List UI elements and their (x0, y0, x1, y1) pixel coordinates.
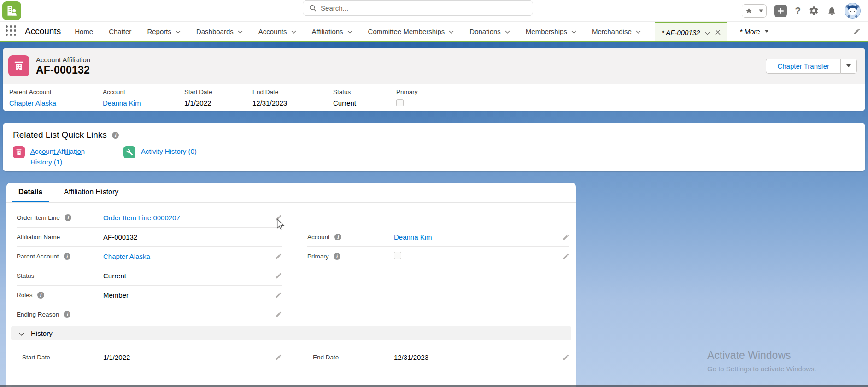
nav-tab-merchandise[interactable]: Merchandise (592, 28, 641, 35)
chevron-down-icon[interactable] (505, 30, 510, 34)
edit-pencil-icon[interactable] (563, 253, 569, 260)
record-page-canvas: Account Affiliation AF-000132 Chapter Tr… (0, 42, 868, 387)
nav-more-menu[interactable]: * More (739, 28, 768, 35)
field-row-parent-account: Parent AccountiChapter Alaska (17, 247, 282, 266)
edit-pencil-icon[interactable] (275, 214, 282, 221)
watermark-line2: Go to Settings to activate Windows. (707, 365, 816, 373)
chevron-down-icon[interactable] (636, 30, 641, 34)
primary-checkbox[interactable] (396, 99, 404, 106)
tab-details-label: Details (18, 188, 42, 196)
quick-links-list: Account Affiliation History (1)Activity … (13, 146, 855, 168)
highlight-field-end-date: End Date12/31/2023 (250, 88, 330, 108)
actions-menu-button[interactable] (840, 59, 857, 74)
close-tab-icon[interactable] (715, 29, 721, 36)
info-icon[interactable]: i (112, 132, 119, 139)
nav-tab-donations[interactable]: Donations (469, 28, 510, 35)
chapter-alaska-link[interactable]: Chapter Alaska (9, 99, 56, 107)
chevron-down-icon[interactable] (571, 30, 576, 34)
fields-column: Start Date1/1/2022 (17, 346, 282, 369)
field-row-status: StatusCurrent (17, 266, 282, 286)
chevron-down-icon[interactable] (347, 30, 352, 34)
deanna-kim-link[interactable]: Deanna Kim (394, 233, 432, 241)
deanna-kim-link[interactable]: Deanna Kim (103, 99, 141, 107)
chevron-down-icon[interactable] (705, 29, 710, 36)
setup-button[interactable] (809, 6, 819, 16)
field-value: Current (333, 99, 356, 107)
field-row-order-item-line: Order Item LineiOrder Item Line 0000207 (17, 208, 282, 228)
chevron-down-icon (759, 9, 763, 12)
nav-tab-dashboards[interactable]: Dashboards (196, 28, 243, 35)
quick-link-anchor[interactable]: Account Affiliation History (1) (30, 146, 91, 168)
help-button[interactable]: ? (795, 5, 801, 16)
nav-tab-label: Merchandise (592, 28, 632, 35)
info-icon[interactable]: i (334, 234, 341, 240)
search-input[interactable] (321, 4, 527, 12)
windows-activation-watermark: Activate Windows Go to Settings to activ… (707, 349, 816, 373)
field-label: Account (103, 88, 182, 95)
favorites-menu-button[interactable] (756, 5, 766, 17)
nav-tab-affiliations[interactable]: Affiliations (312, 28, 352, 35)
chapter-transfer-button[interactable]: Chapter Transfer (766, 59, 840, 74)
tab-affiliation-history-label: Affiliation History (64, 188, 118, 196)
active-tab-label: * AF-000132 (662, 29, 700, 36)
field-row-affiliation-name: Affiliation NameAF-000132 (17, 228, 282, 247)
field-label: Status (333, 88, 393, 95)
nav-tab-committee-memberships[interactable]: Committee Memberships (368, 28, 454, 35)
chevron-down-icon[interactable] (176, 30, 181, 34)
chapter-alaska-link[interactable]: Chapter Alaska (103, 252, 150, 260)
nav-tab-af-000132-active[interactable]: * AF-000132 (655, 22, 728, 41)
edit-pencil-icon[interactable] (563, 354, 569, 361)
app-launcher-icon[interactable] (6, 25, 18, 37)
nav-tab-accounts[interactable]: Accounts (258, 28, 296, 35)
favorite-star-button[interactable] (742, 5, 756, 17)
tab-affiliation-history[interactable]: Affiliation History (57, 183, 125, 202)
field-row-primary: Primaryi (307, 247, 569, 266)
field-label: End Date (252, 88, 330, 95)
edit-pencil-icon[interactable] (563, 234, 569, 240)
info-icon[interactable]: i (64, 311, 70, 318)
edit-pencil-icon[interactable] (275, 311, 282, 318)
edit-pencil-icon[interactable] (275, 253, 282, 260)
global-actions-button[interactable] (774, 5, 787, 17)
quick-link-anchor[interactable]: Activity History (0) (141, 147, 197, 155)
primary-checkbox[interactable] (394, 252, 401, 259)
app-logo-icon[interactable] (2, 1, 21, 20)
edit-pencil-icon[interactable] (275, 292, 282, 299)
nav-tab-label: Dashboards (196, 28, 234, 35)
quick-link-activity-history-0: Activity History (0) (123, 146, 197, 168)
account-affiliation-record-icon (8, 55, 29, 76)
section-header-history[interactable]: History (11, 326, 571, 340)
field-row-roles: RolesiMember (17, 286, 282, 305)
chevron-down-icon[interactable] (449, 30, 454, 34)
field-value: 1/1/2022 (184, 99, 211, 107)
detail-tabs: Details Affiliation History (6, 183, 576, 203)
info-icon[interactable]: i (37, 292, 44, 299)
header-actions: ? (742, 2, 861, 19)
nav-tab-home[interactable]: Home (75, 28, 93, 35)
bell-icon (827, 6, 837, 16)
highlight-field-start-date: Start Date1/1/2022 (182, 88, 250, 108)
nav-tab-chatter[interactable]: Chatter (109, 28, 131, 35)
tab-details[interactable]: Details (12, 183, 49, 202)
building-person-icon (6, 5, 18, 17)
app-name: Accounts (25, 26, 61, 36)
edit-pencil-icon[interactable] (275, 272, 282, 279)
user-avatar[interactable] (845, 3, 861, 19)
nav-tab-reports[interactable]: Reports (147, 28, 181, 35)
related-list-quick-links-card: Related List Quick Links i Account Affil… (3, 123, 865, 171)
edit-navigation-pencil-icon[interactable] (853, 28, 861, 35)
chevron-down-icon[interactable] (238, 30, 243, 34)
more-label: * More (739, 28, 760, 35)
chevron-down-icon[interactable] (291, 30, 296, 34)
edit-pencil-icon[interactable] (275, 354, 282, 361)
info-icon[interactable]: i (334, 253, 340, 260)
field-label: End Date (307, 354, 394, 361)
nav-tab-memberships[interactable]: Memberships (526, 28, 576, 35)
order-item-line-0000207-link[interactable]: Order Item Line 0000207 (103, 214, 180, 222)
caret-down-icon (764, 30, 769, 33)
info-icon[interactable]: i (65, 214, 71, 221)
info-icon[interactable]: i (64, 253, 70, 260)
field-label: Status (17, 272, 103, 279)
fields-grid: Start Date1/1/2022End Date12/31/2023 (6, 340, 576, 369)
notifications-button[interactable] (827, 6, 837, 16)
